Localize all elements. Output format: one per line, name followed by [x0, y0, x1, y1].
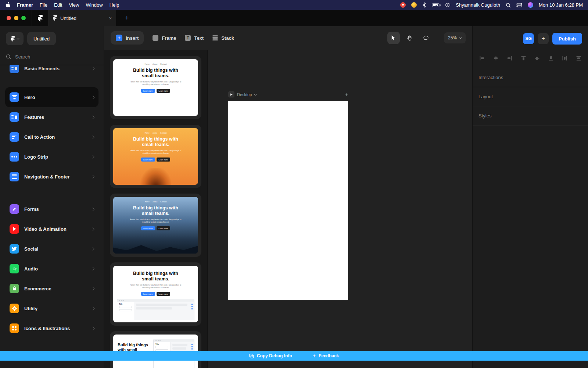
- category-divider-gap: [5, 187, 98, 199]
- sidebar-item-hero[interactable]: Hero: [5, 87, 98, 107]
- sidebar-item-video-animation[interactable]: Video & Animation: [5, 219, 98, 239]
- canvas[interactable]: Desktop +: [208, 50, 472, 368]
- copy-debug-info-button[interactable]: Copy Debug Info: [249, 353, 292, 358]
- close-tab-icon[interactable]: ×: [109, 15, 112, 21]
- insert-button[interactable]: + Insert: [111, 31, 144, 45]
- sidebar-item-call-to-action[interactable]: Call to Action: [5, 127, 98, 147]
- dashboard-tab[interactable]: [32, 10, 49, 26]
- sidebar-item-features[interactable]: Features: [5, 107, 98, 127]
- search-bar: [0, 49, 104, 65]
- distribute-horizontal-icon[interactable]: [562, 56, 567, 61]
- chevron-down-icon: [16, 36, 19, 39]
- apple-menu-icon[interactable]: [5, 2, 10, 8]
- frame-icon: [153, 35, 158, 41]
- desktop-artboard[interactable]: [228, 101, 348, 300]
- align-bottom-icon[interactable]: [548, 56, 554, 61]
- sidebar-item-forms[interactable]: Forms: [5, 199, 98, 219]
- framer-menu-button[interactable]: [6, 32, 24, 45]
- screen-mirroring-icon[interactable]: [445, 3, 450, 7]
- zoom-select[interactable]: 25%: [444, 32, 466, 43]
- close-window-button[interactable]: [7, 16, 11, 20]
- hero-templates-panel: HomeAboutContact Build big things with s…: [104, 50, 208, 368]
- sidebar-item-audio[interactable]: Audio: [5, 259, 98, 279]
- thumb-heading: Build big things with small teams.: [113, 205, 198, 216]
- new-tab-button[interactable]: +: [116, 10, 138, 26]
- chevron-right-icon: [91, 135, 95, 139]
- menu-window[interactable]: Window: [86, 2, 103, 8]
- stack-tool-button[interactable]: Stack: [212, 35, 234, 41]
- feedback-button[interactable]: + Feedback: [313, 353, 339, 358]
- thumb-nav: HomeAboutContact: [113, 59, 198, 65]
- sidebar-item-social[interactable]: Social: [5, 239, 98, 259]
- minimize-window-button[interactable]: [14, 16, 18, 20]
- section-styles[interactable]: Styles: [473, 106, 588, 125]
- project-name-button[interactable]: Untitled: [27, 32, 56, 45]
- traffic-lights: [0, 10, 32, 26]
- thumb-body: Faster than site builders, way faster th…: [113, 218, 198, 224]
- publish-button[interactable]: Publish: [552, 33, 582, 45]
- menu-view[interactable]: View: [69, 2, 79, 8]
- menubar-app-name[interactable]: Framer: [17, 2, 33, 8]
- thumb-secondary-button: Learn more: [157, 226, 171, 230]
- menu-help[interactable]: Help: [110, 2, 119, 8]
- align-left-icon[interactable]: [479, 56, 485, 61]
- chevron-right-icon: [91, 287, 95, 290]
- clipped-category-row: Basic Elements: [0, 65, 104, 80]
- hero-template-card-dashboard[interactable]: Build big things with small teams. Faste…: [110, 262, 201, 326]
- text-icon: T: [185, 35, 191, 41]
- sidebar-item-ecommerce[interactable]: Ecommerce: [5, 279, 98, 298]
- hero-template-card-light[interactable]: HomeAboutContact Build big things with s…: [110, 56, 201, 119]
- framer-logo-icon: [11, 36, 15, 42]
- cursor-tool-button[interactable]: [387, 32, 400, 44]
- spotlight-search-icon[interactable]: [506, 3, 511, 8]
- hero-template-card-split[interactable]: Build big things with small teams. Title: [110, 331, 201, 368]
- sidebar-item-logo-strip[interactable]: Logo Strip: [5, 147, 98, 167]
- section-layout[interactable]: Layout: [473, 87, 588, 106]
- distribute-vertical-icon[interactable]: [576, 56, 581, 61]
- align-top-icon[interactable]: [521, 56, 526, 61]
- text-tool-button[interactable]: T Text: [185, 35, 204, 41]
- battery-charging-icon[interactable]: [432, 3, 440, 7]
- menubar-clock[interactable]: Mon 10 Jan 6:28 PM: [539, 2, 583, 8]
- menubar-username[interactable]: Shyamnaik Guguloth: [456, 2, 500, 8]
- menu-file[interactable]: File: [40, 2, 47, 8]
- icons-grid-icon: [10, 323, 19, 333]
- tab-title: Untitled: [60, 15, 105, 21]
- invite-add-button[interactable]: +: [538, 33, 549, 44]
- search-input[interactable]: [15, 54, 98, 60]
- mountain-silhouette: [113, 241, 198, 254]
- user-avatar[interactable]: SG: [523, 33, 534, 44]
- align-middle-vertical-icon[interactable]: [534, 56, 540, 61]
- sidebar-item-basic-elements[interactable]: Basic Elements: [5, 65, 98, 78]
- align-center-horizontal-icon[interactable]: [493, 56, 499, 61]
- comment-bubble-icon: [423, 35, 429, 41]
- preview-play-button[interactable]: [228, 91, 234, 98]
- hero-template-card-photo[interactable]: HomeAboutContact Build big things with s…: [110, 194, 201, 257]
- zoom-window-button[interactable]: [21, 16, 26, 20]
- hero-icon: [10, 92, 19, 102]
- align-right-icon[interactable]: [507, 56, 512, 61]
- menu-edit[interactable]: Edit: [54, 2, 62, 8]
- thumb-nav: HomeAboutContact: [113, 128, 198, 134]
- section-interactions[interactable]: Interactions: [473, 68, 588, 87]
- control-center-icon[interactable]: [516, 3, 522, 7]
- comment-tool-button[interactable]: [420, 32, 432, 44]
- thumb-body: Faster than site builders, way faster th…: [113, 284, 198, 290]
- status-app-icon-color[interactable]: [411, 2, 417, 8]
- hero-template-card-orange[interactable]: HomeAboutContact Build big things with s…: [110, 125, 201, 188]
- sidebar-item-utility[interactable]: Utility: [5, 298, 98, 318]
- project-tab-untitled[interactable]: Untitled ×: [49, 10, 116, 26]
- sidebar-item-icons-illustrations[interactable]: Icons & Illustrations: [5, 318, 98, 338]
- bluetooth-icon[interactable]: [422, 2, 426, 8]
- artboard-header: Desktop +: [228, 91, 348, 98]
- siri-icon[interactable]: [528, 2, 533, 8]
- hand-tool-button[interactable]: [404, 32, 416, 44]
- thumb-primary-button: Learn more: [141, 89, 155, 93]
- chevron-right-icon: [91, 227, 95, 231]
- sidebar-item-navigation-footer[interactable]: Navigation & Footer: [5, 167, 98, 187]
- breakpoint-label[interactable]: Desktop: [237, 92, 252, 97]
- frame-tool-button[interactable]: Frame: [153, 35, 176, 41]
- status-app-icon-red[interactable]: [400, 2, 406, 8]
- thumb-heading: Build big things with small teams.: [113, 68, 198, 79]
- add-breakpoint-button[interactable]: +: [345, 92, 348, 98]
